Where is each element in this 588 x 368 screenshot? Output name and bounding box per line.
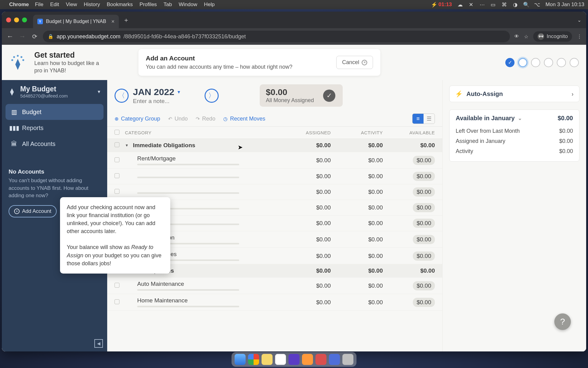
category-name[interactable] <box>125 190 279 194</box>
available-header[interactable]: Available in January ⌄ $0.00 <box>456 115 573 122</box>
step-dot-1[interactable]: ✓ <box>505 58 514 67</box>
url-field[interactable]: 🔒 app.youneedabudget.com/88d9501d-fd6b-4… <box>43 31 510 42</box>
cell-available[interactable]: $0.00 <box>383 203 435 212</box>
month-picker[interactable]: JAN 2022▼ <box>133 87 200 97</box>
bookmark-star-icon[interactable]: ☆ <box>524 34 528 40</box>
sidebar-item-all-accounts[interactable]: 🏛 All Accounts <box>6 136 104 152</box>
ready-to-assign-pill[interactable]: $0.00 All Money Assigned ✓ <box>260 84 343 107</box>
dock-app-notes[interactable] <box>262 354 273 365</box>
cell-available[interactable]: $0.00 <box>383 219 435 228</box>
dock-app-mail[interactable] <box>329 354 340 365</box>
status-cloud-icon[interactable]: ☁ <box>457 2 463 7</box>
nav-reload-button[interactable]: ⟳ <box>31 33 39 40</box>
row-checkbox[interactable] <box>115 299 119 304</box>
menubar-app-name[interactable]: Chrome <box>9 2 29 8</box>
cell-available[interactable]: $0.00 <box>383 172 435 181</box>
undo-button[interactable]: ↶Undo <box>168 116 188 122</box>
status-controlcenter-icon[interactable]: ⌥ <box>534 2 540 7</box>
dock-app-chrome[interactable] <box>248 354 259 365</box>
month-note-input[interactable] <box>133 98 200 105</box>
collapse-caret-icon[interactable]: ▼ <box>125 143 129 148</box>
status-control-icon[interactable]: ◑ <box>512 2 518 7</box>
redo-button[interactable]: ↷Redo <box>196 116 215 122</box>
view-compact-button[interactable]: ≡ <box>413 114 424 124</box>
dock-trash[interactable] <box>342 354 353 365</box>
cell-available[interactable]: $0.00 <box>383 298 435 307</box>
cell-assigned[interactable]: $0.00 <box>279 220 331 227</box>
budget-switcher[interactable]: My Budget 5d485270@uifeed.com ▼ <box>2 80 107 102</box>
prev-month-button[interactable]: 〈 <box>115 89 129 103</box>
dock-app-finder[interactable] <box>235 354 246 365</box>
view-list-button[interactable]: ☰ <box>424 114 435 124</box>
help-button[interactable]: ? <box>554 313 571 330</box>
menu-history[interactable]: History <box>84 2 100 8</box>
window-minimize-button[interactable] <box>14 17 19 22</box>
incognito-badge[interactable]: 🕶 Incognito <box>533 31 572 42</box>
cell-assigned[interactable]: $0.00 <box>279 173 331 180</box>
menu-bookmarks[interactable]: Bookmarks <box>107 2 133 8</box>
sidebar-item-reports[interactable]: ▮▮▮ Reports <box>6 120 104 136</box>
new-tab-button[interactable]: ＋ <box>123 16 129 24</box>
tab-close-icon[interactable]: × <box>111 18 115 25</box>
window-close-button[interactable] <box>6 17 11 22</box>
cell-available[interactable]: $0.00 <box>383 251 435 261</box>
add-category-group-button[interactable]: ⊕Category Group <box>115 116 160 122</box>
cell-assigned[interactable]: $0.00 <box>279 253 331 259</box>
menu-file[interactable]: File <box>35 2 43 8</box>
menu-edit[interactable]: Edit <box>50 2 59 8</box>
status-battery-icon[interactable]: ▭ <box>490 2 496 7</box>
select-all-checkbox[interactable] <box>115 130 119 135</box>
recent-moves-button[interactable]: ◷Recent Moves <box>223 116 265 122</box>
row-checkbox[interactable] <box>115 173 119 178</box>
category-group-row[interactable]: ▼ Immediate Obligations $0.00 $0.00 $0.0… <box>107 139 442 152</box>
cell-assigned[interactable]: $0.00 <box>279 282 331 289</box>
row-checkbox[interactable] <box>115 142 119 147</box>
cell-available[interactable]: $0.00 <box>383 156 435 165</box>
category-name[interactable] <box>125 175 279 178</box>
dock-app-textedit[interactable] <box>275 354 286 365</box>
sidebar-item-budget[interactable]: ▥ Budget <box>6 104 104 120</box>
cell-available[interactable]: $0.00 <box>383 187 435 197</box>
cell-assigned[interactable]: $0.00 <box>279 236 331 243</box>
status-grok-icon[interactable]: ✕ <box>468 2 474 7</box>
tabs-overflow-icon[interactable]: ⌄ <box>577 17 581 23</box>
category-row[interactable]: Home Maintenance $0.00 $0.00 $0.00 <box>107 294 442 311</box>
status-search-icon[interactable]: 🔍 <box>523 2 529 7</box>
lock-icon[interactable]: 🔒 <box>48 34 54 39</box>
chrome-menu-icon[interactable]: ⋮ <box>577 34 582 40</box>
auto-assign-button[interactable]: ⚡ Auto-Assign › <box>449 86 579 102</box>
menubar-datetime[interactable]: Mon 3 Jan 10:13 <box>545 2 584 8</box>
sidebar-collapse-button[interactable]: ◀ <box>94 339 103 348</box>
battery-indicator[interactable]: ⚡01:13 <box>431 2 452 8</box>
step-dot-5[interactable] <box>557 58 566 67</box>
menu-window[interactable]: Window <box>179 2 197 8</box>
cell-assigned[interactable]: $0.00 <box>279 204 331 211</box>
add-account-button[interactable]: + Add Account <box>9 205 57 217</box>
next-month-button[interactable]: 〉 <box>205 89 219 103</box>
cell-available[interactable]: $0.00 <box>383 281 435 290</box>
menu-help[interactable]: Help <box>204 2 215 8</box>
category-name[interactable]: Rent/Mortgage <box>125 155 279 165</box>
step-dot-6[interactable] <box>570 58 579 67</box>
cell-assigned[interactable]: $0.00 <box>279 157 331 164</box>
dock-app-slack[interactable] <box>315 354 326 365</box>
cell-assigned[interactable]: $0.00 <box>279 299 331 306</box>
category-row[interactable]: Rent/Mortgage $0.00 $0.00 $0.00 <box>107 152 442 169</box>
cell-available[interactable]: $0.00 <box>383 235 435 244</box>
eye-off-icon[interactable]: 👁 <box>514 34 519 39</box>
row-checkbox[interactable] <box>115 157 119 162</box>
browser-tab[interactable]: Y Budget | My Budget | YNAB × <box>33 15 119 28</box>
menu-tab[interactable]: Tab <box>164 2 172 8</box>
window-zoom-button[interactable] <box>22 17 27 22</box>
category-name[interactable]: Auto Maintenance <box>125 281 279 291</box>
cell-assigned[interactable]: $0.00 <box>279 189 331 195</box>
menu-profiles[interactable]: Profiles <box>139 2 157 8</box>
category-row[interactable]: Auto Maintenance $0.00 $0.00 $0.00 <box>107 278 442 294</box>
status-wifi-icon[interactable]: ⌘ <box>501 2 507 7</box>
dock-app-iterm[interactable] <box>288 354 300 365</box>
category-row[interactable]: $0.00 $0.00 $0.00 <box>107 169 442 184</box>
status-dots-icon[interactable]: ⋯ <box>479 2 485 7</box>
step-dot-3[interactable] <box>531 58 540 67</box>
category-name[interactable]: Home Maintenance <box>125 297 279 307</box>
nav-forward-button[interactable]: → <box>18 33 26 40</box>
